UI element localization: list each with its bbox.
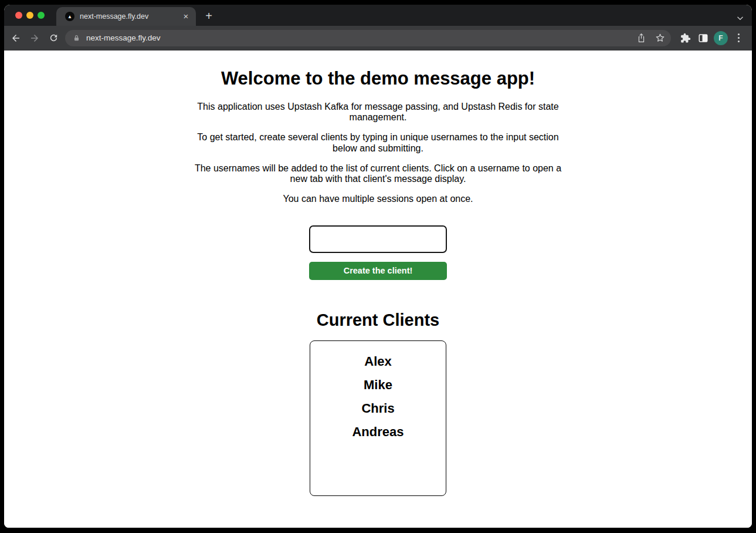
client-item[interactable]: Alex <box>310 354 446 369</box>
tab-title: next-message.fly.dev <box>80 12 181 21</box>
intro-paragraph-3: The usernames will be added to the list … <box>191 163 566 184</box>
extensions-puzzle-icon[interactable] <box>677 29 694 47</box>
side-panel-icon[interactable] <box>694 29 712 47</box>
current-clients-section: Current Clients Alex Mike Chris Andreas <box>4 311 752 496</box>
browser-menu-icon[interactable] <box>730 29 747 47</box>
client-item[interactable]: Mike <box>310 377 446 392</box>
create-client-button[interactable]: Create the client! <box>309 262 447 280</box>
window-controls <box>4 5 45 26</box>
clients-heading: Current Clients <box>4 311 752 330</box>
page-title: Welcome to the demo message app! <box>4 68 752 89</box>
intro-paragraph-1: This application uses Upstash Kafka for … <box>191 102 566 123</box>
avatar-initial: F <box>714 31 728 45</box>
close-tab-icon[interactable]: × <box>181 11 191 22</box>
active-tab[interactable]: ▲ next-message.fly.dev × <box>56 7 196 26</box>
forward-button[interactable] <box>25 29 44 48</box>
new-tab-button[interactable]: + <box>201 8 217 24</box>
client-list-box: Alex Mike Chris Andreas <box>310 340 446 496</box>
tab-search-chevron-icon[interactable] <box>736 14 744 22</box>
client-item[interactable]: Andreas <box>310 424 446 439</box>
create-client-form: Create the client! <box>4 225 752 280</box>
minimize-window-button[interactable] <box>26 12 33 19</box>
browser-window: ▲ next-message.fly.dev × + next-message.… <box>4 5 752 528</box>
maximize-window-button[interactable] <box>38 12 45 19</box>
username-input[interactable] <box>309 225 447 253</box>
page-content: Welcome to the demo message app! This ap… <box>4 50 752 528</box>
profile-avatar[interactable]: F <box>712 29 730 47</box>
intro-paragraph-2: To get started, create several clients b… <box>191 132 566 153</box>
client-list: Alex Mike Chris Andreas <box>310 341 446 439</box>
tab-strip: ▲ next-message.fly.dev × + <box>4 5 752 26</box>
back-button[interactable] <box>6 29 25 48</box>
lock-icon <box>73 34 80 42</box>
client-item[interactable]: Chris <box>310 401 446 416</box>
address-bar[interactable]: next-message.fly.dev <box>65 30 671 46</box>
share-icon[interactable] <box>637 33 646 43</box>
toolbar-actions: F <box>677 29 747 47</box>
intro-paragraph-4: You can have multiple sessions open at o… <box>191 194 566 204</box>
bookmark-star-icon[interactable] <box>655 33 665 43</box>
browser-toolbar: next-message.fly.dev F <box>4 26 752 50</box>
close-window-button[interactable] <box>15 12 22 19</box>
url-text: next-message.fly.dev <box>86 33 637 42</box>
reload-button[interactable] <box>44 29 63 48</box>
site-favicon-icon: ▲ <box>65 12 74 21</box>
